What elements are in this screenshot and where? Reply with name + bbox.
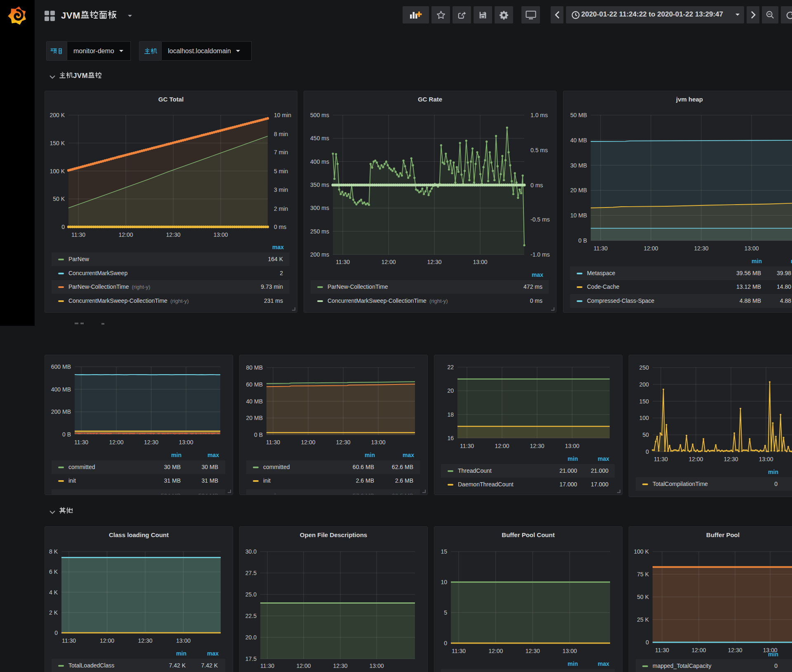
svg-text:10 MB: 10 MB xyxy=(570,212,587,219)
svg-text:0: 0 xyxy=(444,640,447,646)
svg-text:-1.0 ms: -1.0 ms xyxy=(530,251,550,258)
svg-text:12:00: 12:00 xyxy=(109,439,123,446)
svg-text:2 K: 2 K xyxy=(49,609,58,616)
svg-text:13:00: 13:00 xyxy=(565,443,579,449)
svg-text:5: 5 xyxy=(444,609,447,616)
svg-text:25.0: 25.0 xyxy=(245,591,257,598)
svg-text:0: 0 xyxy=(646,639,649,646)
svg-text:50 MB: 50 MB xyxy=(570,112,587,118)
svg-text:40 MB: 40 MB xyxy=(570,137,587,144)
svg-text:11:30: 11:30 xyxy=(452,648,466,654)
svg-text:12:30: 12:30 xyxy=(694,245,708,252)
svg-text:12:00: 12:00 xyxy=(488,648,503,654)
svg-text:22: 22 xyxy=(447,364,454,370)
svg-text:13:00: 13:00 xyxy=(213,231,228,238)
svg-text:12:00: 12:00 xyxy=(118,231,133,238)
svg-text:0.5 ms: 0.5 ms xyxy=(530,147,548,153)
svg-text:13:00: 13:00 xyxy=(176,637,191,644)
svg-text:0: 0 xyxy=(646,448,649,455)
svg-text:11:30: 11:30 xyxy=(594,245,608,252)
svg-text:5 min: 5 min xyxy=(274,168,288,174)
svg-text:12:00: 12:00 xyxy=(301,439,315,446)
svg-text:0 B: 0 B xyxy=(254,431,263,438)
svg-text:6 K: 6 K xyxy=(49,568,58,575)
svg-text:0 B: 0 B xyxy=(578,237,587,244)
svg-text:0: 0 xyxy=(54,630,58,636)
svg-text:200 MB: 200 MB xyxy=(51,408,71,415)
svg-text:13:00: 13:00 xyxy=(473,259,487,265)
svg-text:12:00: 12:00 xyxy=(381,259,396,265)
svg-text:60 MB: 60 MB xyxy=(246,381,263,388)
svg-text:0 ms: 0 ms xyxy=(274,224,286,230)
svg-text:12:00: 12:00 xyxy=(688,456,703,462)
svg-text:12:00: 12:00 xyxy=(495,443,509,449)
svg-text:12:30: 12:30 xyxy=(724,456,738,462)
svg-text:12:30: 12:30 xyxy=(427,259,441,265)
svg-text:12:00: 12:00 xyxy=(644,245,658,252)
svg-text:25 K: 25 K xyxy=(637,616,649,623)
svg-text:15: 15 xyxy=(441,548,447,555)
svg-text:10 min: 10 min xyxy=(274,112,291,118)
svg-text:13:00: 13:00 xyxy=(179,439,193,446)
svg-text:30 MB: 30 MB xyxy=(570,162,587,169)
svg-text:12:00: 12:00 xyxy=(691,647,706,653)
svg-text:17.5: 17.5 xyxy=(245,655,257,662)
svg-text:20 MB: 20 MB xyxy=(570,187,587,193)
svg-text:11:30: 11:30 xyxy=(460,443,474,449)
svg-text:12:30: 12:30 xyxy=(336,439,350,446)
svg-text:450 ms: 450 ms xyxy=(310,135,329,141)
svg-text:0 ms: 0 ms xyxy=(530,182,543,189)
svg-text:16: 16 xyxy=(447,435,454,441)
svg-text:400 ms: 400 ms xyxy=(310,158,329,165)
svg-text:50 K: 50 K xyxy=(637,594,649,600)
svg-text:80 MB: 80 MB xyxy=(246,364,263,371)
svg-text:11:30: 11:30 xyxy=(654,456,668,462)
svg-text:100 K: 100 K xyxy=(634,548,649,555)
svg-text:150: 150 xyxy=(639,398,649,405)
svg-text:10: 10 xyxy=(441,579,447,585)
svg-text:12:30: 12:30 xyxy=(138,637,152,644)
svg-text:12:00: 12:00 xyxy=(100,637,114,644)
svg-text:150 K: 150 K xyxy=(50,140,65,146)
svg-text:50 K: 50 K xyxy=(53,196,65,202)
svg-text:500 ms: 500 ms xyxy=(310,112,329,118)
svg-text:13:00: 13:00 xyxy=(562,648,577,654)
svg-text:18: 18 xyxy=(447,411,454,418)
svg-text:11:30: 11:30 xyxy=(62,637,76,644)
svg-text:2 min: 2 min xyxy=(274,205,288,212)
svg-text:75 K: 75 K xyxy=(637,571,649,578)
svg-text:7 min: 7 min xyxy=(274,149,288,156)
svg-text:0: 0 xyxy=(61,224,65,230)
svg-text:100: 100 xyxy=(639,415,649,421)
svg-text:12:30: 12:30 xyxy=(728,647,742,653)
svg-text:12:00: 12:00 xyxy=(296,663,311,669)
svg-text:13:00: 13:00 xyxy=(759,456,773,462)
svg-text:200 K: 200 K xyxy=(50,112,65,118)
svg-text:100 K: 100 K xyxy=(50,168,65,174)
svg-text:-0.5 ms: -0.5 ms xyxy=(530,216,550,223)
svg-text:13:00: 13:00 xyxy=(371,439,385,446)
svg-text:250 ms: 250 ms xyxy=(310,228,329,235)
svg-text:600 MB: 600 MB xyxy=(51,363,71,370)
svg-text:12:30: 12:30 xyxy=(333,663,347,669)
svg-text:13:00: 13:00 xyxy=(369,663,384,669)
svg-text:12:30: 12:30 xyxy=(526,648,540,654)
svg-text:11:30: 11:30 xyxy=(266,439,280,446)
svg-text:11:30: 11:30 xyxy=(336,259,350,265)
svg-text:11:30: 11:30 xyxy=(260,663,274,669)
svg-text:22.5: 22.5 xyxy=(245,613,257,619)
svg-text:200: 200 xyxy=(639,381,649,388)
svg-text:27.5: 27.5 xyxy=(245,570,257,576)
svg-text:12:30: 12:30 xyxy=(166,231,180,238)
svg-text:1.0 ms: 1.0 ms xyxy=(530,112,548,118)
svg-text:350 ms: 350 ms xyxy=(310,182,329,188)
svg-text:200 ms: 200 ms xyxy=(310,251,329,258)
svg-text:250: 250 xyxy=(639,364,649,371)
svg-text:13:00: 13:00 xyxy=(744,245,759,252)
svg-text:20.0: 20.0 xyxy=(245,634,257,641)
svg-text:300 ms: 300 ms xyxy=(310,205,329,211)
svg-text:8 K: 8 K xyxy=(49,548,58,555)
svg-text:40 MB: 40 MB xyxy=(246,398,263,405)
svg-text:20: 20 xyxy=(447,387,454,394)
svg-text:11:30: 11:30 xyxy=(655,647,669,653)
